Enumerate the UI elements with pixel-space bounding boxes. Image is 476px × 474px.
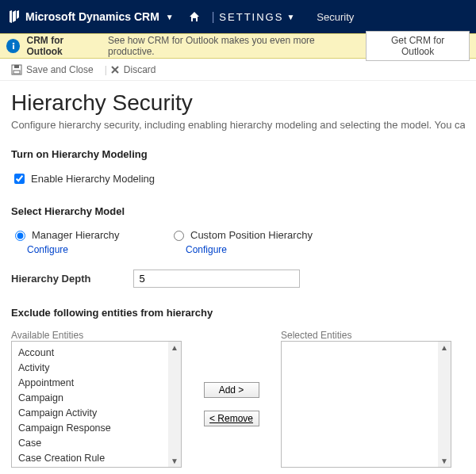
product-name: Microsoft Dynamics CRM — [25, 10, 159, 23]
dynamics-logo-icon — [8, 10, 21, 23]
list-item[interactable]: Campaign Activity — [12, 405, 181, 420]
page-description: Configure hierarchy security, including … — [11, 119, 465, 131]
list-item[interactable]: Case Resolution — [12, 465, 181, 468]
save-and-close-button[interactable]: Save and Close — [11, 64, 94, 75]
custom-position-radio[interactable] — [174, 231, 184, 241]
list-item[interactable]: Campaign — [12, 390, 181, 405]
hierarchy-depth-input[interactable] — [133, 269, 300, 288]
scrollbar[interactable]: ▲ ▼ — [168, 342, 181, 467]
manager-hierarchy-label: Manager Hierarchy — [32, 229, 120, 241]
save-label: Save and Close — [26, 64, 94, 75]
enable-hierarchy-label: Enable Hierarchy Modeling — [31, 173, 155, 185]
outlook-banner: CRM for Outlook See how CRM for Outlook … — [0, 33, 476, 59]
scroll-down-icon[interactable]: ▼ — [440, 455, 448, 467]
custom-position-configure-link[interactable]: Configure — [186, 244, 313, 255]
scroll-up-icon[interactable]: ▲ — [440, 342, 448, 354]
scroll-up-icon[interactable]: ▲ — [171, 342, 178, 354]
scrollbar[interactable]: ▲ ▼ — [438, 342, 451, 467]
hierarchy-depth-label: Hierarchy Depth — [11, 273, 90, 285]
nav-area-settings[interactable]: SETTINGS — [219, 11, 283, 23]
list-item[interactable]: Activity — [12, 360, 181, 375]
manager-hierarchy-radio[interactable] — [15, 231, 25, 241]
svg-rect-1 — [13, 45, 14, 49]
form-toolbar: Save and Close | Discard — [0, 59, 476, 81]
nav-separator: | — [212, 10, 215, 23]
list-item[interactable]: Case — [12, 435, 181, 450]
product-brand[interactable]: Microsoft Dynamics CRM — [8, 10, 159, 23]
custom-position-label: Custom Position Hierarchy — [190, 229, 313, 241]
save-icon — [11, 64, 22, 75]
banner-title: CRM for Outlook — [26, 35, 100, 57]
section-exclude-heading: Exclude following entities from hierarch… — [11, 307, 465, 319]
list-item[interactable]: Case Creation Rule — [12, 450, 181, 465]
page-body: Hierarchy Security Configure hierarchy s… — [0, 81, 476, 468]
top-nav: Microsoft Dynamics CRM ▼ | SETTINGS ▼ Se… — [0, 0, 476, 33]
manager-configure-link[interactable]: Configure — [27, 244, 146, 255]
get-outlook-button[interactable]: Get CRM for Outlook — [366, 31, 470, 61]
svg-point-0 — [12, 43, 14, 45]
svg-rect-4 — [13, 71, 20, 74]
list-item[interactable]: Appointment — [12, 375, 181, 390]
list-item[interactable]: Account — [12, 345, 181, 360]
home-icon[interactable] — [188, 10, 201, 23]
page-title: Hierarchy Security — [11, 90, 465, 116]
discard-label: Discard — [124, 64, 156, 75]
chevron-down-icon[interactable]: ▼ — [166, 13, 174, 21]
toolbar-separator: | — [105, 64, 107, 75]
available-entities-label: Available Entities — [11, 330, 182, 341]
banner-message: See how CRM for Outlook makes you even m… — [108, 35, 356, 57]
add-button[interactable]: Add > — [204, 382, 259, 398]
scroll-down-icon[interactable]: ▼ — [171, 455, 178, 467]
section-enable-heading: Turn on Hierarchy Modeling — [11, 148, 465, 160]
info-icon — [6, 39, 20, 53]
enable-hierarchy-checkbox[interactable] — [14, 174, 25, 184]
selected-entities-label: Selected Entities — [281, 330, 351, 341]
list-item[interactable]: Campaign Response — [12, 420, 181, 435]
nav-crumb-security[interactable]: Security — [317, 11, 354, 23]
chevron-down-icon[interactable]: ▼ — [286, 13, 294, 21]
remove-button[interactable]: < Remove — [204, 411, 259, 426]
section-model-heading: Select Hierarchy Model — [11, 205, 465, 217]
available-entities-listbox[interactable]: AccountActivityAppointmentCampaignCampai… — [11, 341, 182, 468]
discard-button[interactable]: Discard — [110, 64, 156, 75]
close-icon — [110, 65, 120, 75]
svg-rect-3 — [14, 65, 19, 68]
selected-entities-listbox[interactable]: ▲ ▼ — [281, 341, 451, 468]
